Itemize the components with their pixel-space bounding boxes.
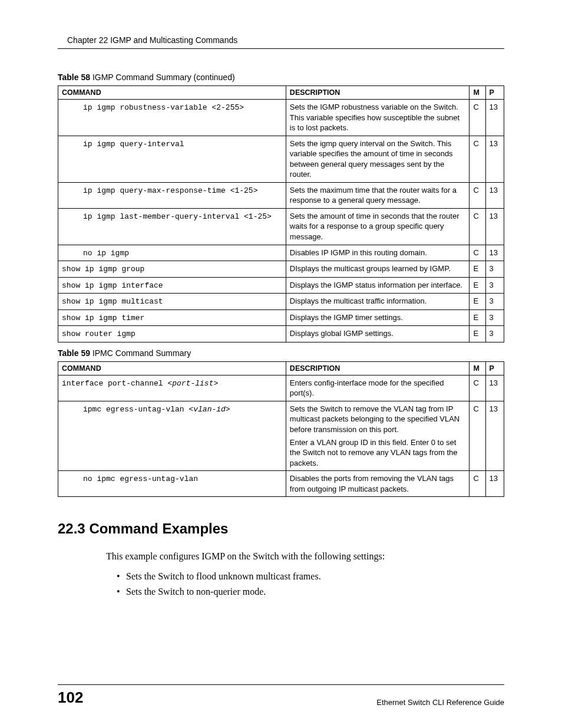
cell-command: ip igmp last-member-query-interval <1-25… (58, 208, 286, 245)
description-text: Enter a VLAN group ID in this field. Ent… (290, 437, 466, 469)
cell-p: 13 (485, 401, 504, 470)
cell-command: show ip igmp timer (58, 309, 286, 326)
cell-p: 13 (485, 136, 504, 182)
description-text: Displays global IGMP settings. (290, 328, 466, 339)
command-text: ip igmp query-interval (83, 140, 184, 149)
cell-p: 3 (485, 277, 504, 294)
cell-command: show ip igmp group (58, 261, 286, 278)
page-footer: 102 Ethernet Switch CLI Reference Guide (58, 684, 504, 707)
table-row: ip igmp query-max-response-time <1-25>Se… (58, 182, 504, 208)
th-p: P (485, 86, 504, 100)
cell-m: C (470, 401, 485, 470)
table-row: show ip igmp timerDisplays the IGMP time… (58, 309, 504, 326)
cell-description: DIsplays the multicast groups learned by… (286, 261, 470, 278)
table-row: show ip igmp groupDIsplays the multicast… (58, 261, 504, 278)
cell-command: show ip igmp multicast (58, 294, 286, 310)
cell-description: Sets the maximum time that the router wa… (286, 182, 470, 208)
th-p: P (485, 361, 504, 375)
command-text: show ip igmp multicast (62, 297, 163, 306)
description-text: Sets the amount of time in seconds that … (290, 211, 466, 242)
cell-m: C (470, 100, 485, 136)
cell-description: Disables the ports from removing the VLA… (286, 471, 470, 497)
command-text: show ip igmp interface (62, 281, 163, 290)
table58: COMMAND DESCRIPTION M P ip igmp robustne… (58, 85, 504, 342)
command-text: ip igmp last-member-query-interval <1-25… (83, 212, 272, 221)
description-text: DIsplays the multicast groups learned by… (290, 263, 466, 274)
table-row: ip igmp robustness-variable <2-255>Sets … (58, 100, 504, 136)
description-text: Sets the IGMP robustness variable on the… (290, 102, 466, 133)
table59-caption-text: IPMC Command Summary (92, 348, 191, 358)
th-description: DESCRIPTION (286, 361, 470, 375)
table58-caption-text: IGMP Command Summary (continued) (92, 73, 235, 82)
cell-p: 13 (485, 375, 504, 401)
table58-caption: Table 58 IGMP Command Summary (continued… (58, 73, 504, 82)
command-arg: <port-list> (167, 379, 218, 388)
cell-description: Sets the amount of time in seconds that … (286, 208, 470, 245)
table-header-row: COMMAND DESCRIPTION M P (58, 361, 504, 375)
cell-command: ip igmp robustness-variable <2-255> (58, 100, 286, 136)
cell-command: ipmc egress-untag-vlan <vlan-id> (58, 401, 286, 470)
cell-m: E (470, 309, 485, 326)
cell-p: 13 (485, 245, 504, 261)
table-row: show ip igmp multicastDisplays the multi… (58, 294, 504, 310)
cell-p: 13 (485, 471, 504, 497)
command-text: ip igmp query-max-response-time <1-25> (83, 186, 257, 195)
command-arg: <vlan-id> (189, 405, 230, 414)
description-text: Disables the ports from removing the VLA… (290, 473, 466, 494)
table-row: show router igmpDisplays global IGMP set… (58, 326, 504, 342)
list-item: Sets the Switch to flood unknown multica… (117, 569, 504, 584)
table-row: no ipmc egress-untag-vlanDisables the po… (58, 471, 504, 497)
table59: COMMAND DESCRIPTION M P interface port-c… (58, 361, 504, 497)
command-text: no ipmc egress-untag-vlan (83, 475, 198, 483)
cell-description: Enters config-interface mode for the spe… (286, 375, 470, 401)
cell-description: Sets the IGMP robustness variable on the… (286, 100, 470, 136)
command-text: ipmc egress-untag-vlan (83, 405, 189, 414)
cell-command: no ip igmp (58, 245, 286, 261)
cell-command: ip igmp query-max-response-time <1-25> (58, 182, 286, 208)
command-text: show ip igmp group (62, 265, 144, 274)
cell-m: C (470, 182, 485, 208)
cell-m: C (470, 245, 485, 261)
table-row: no ip igmpDisables IP IGMP in this routi… (58, 245, 504, 261)
table-header-row: COMMAND DESCRIPTION M P (58, 86, 504, 100)
description-text: Displays the IGMP timer settings. (290, 312, 466, 323)
cell-p: 3 (485, 261, 504, 278)
page-header: Chapter 22 IGMP and Multicasting Command… (58, 35, 504, 45)
footer-guide-name: Ethernet Switch CLI Reference Guide (376, 698, 504, 707)
cell-description: Sets the Switch to remove the VLAN tag f… (286, 401, 470, 470)
page-number: 102 (58, 689, 83, 707)
table-row: ipmc egress-untag-vlan <vlan-id>Sets the… (58, 401, 504, 470)
table-row: ip igmp query-intervalSets the igmp quer… (58, 136, 504, 182)
description-text: Displays the multicast traffic informati… (290, 296, 466, 307)
command-text: show router igmp (62, 330, 135, 338)
cell-m: C (470, 375, 485, 401)
table58-caption-label: Table 58 (58, 73, 90, 82)
list-item: Sets the Switch to non-querier mode. (117, 585, 504, 599)
command-text: ip igmp robustness-variable <2-255> (83, 103, 244, 112)
cell-command: no ipmc egress-untag-vlan (58, 471, 286, 497)
cell-description: Disables IP IGMP in this routing domain. (286, 245, 470, 261)
table-row: interface port-channel <port-list>Enters… (58, 375, 504, 401)
command-text: no ip igmp (83, 249, 129, 258)
th-m: M (470, 361, 485, 375)
cell-command: show router igmp (58, 326, 286, 342)
cell-m: C (470, 136, 485, 182)
cell-m: E (470, 326, 485, 342)
cell-m: E (470, 277, 485, 294)
cell-p: 3 (485, 326, 504, 342)
description-text: Enters config-interface mode for the spe… (290, 378, 466, 398)
cell-description: Displays global IGMP settings. (286, 326, 470, 342)
description-text: Disables IP IGMP in this routing domain. (290, 248, 466, 258)
bullet-list: Sets the Switch to flood unknown multica… (117, 569, 504, 599)
header-rule (58, 48, 504, 49)
cell-m: E (470, 294, 485, 310)
command-text: interface port-channel (62, 379, 167, 388)
cell-p: 13 (485, 100, 504, 136)
description-text: Displays the IGMP status information per… (290, 280, 466, 291)
cell-m: C (470, 471, 485, 497)
description-text: Sets the Switch to remove the VLAN tag f… (290, 404, 466, 435)
cell-command: show ip igmp interface (58, 277, 286, 294)
cell-p: 13 (485, 182, 504, 208)
description-text: Sets the igmp query interval on the Swit… (290, 139, 466, 180)
cell-p: 3 (485, 309, 504, 326)
